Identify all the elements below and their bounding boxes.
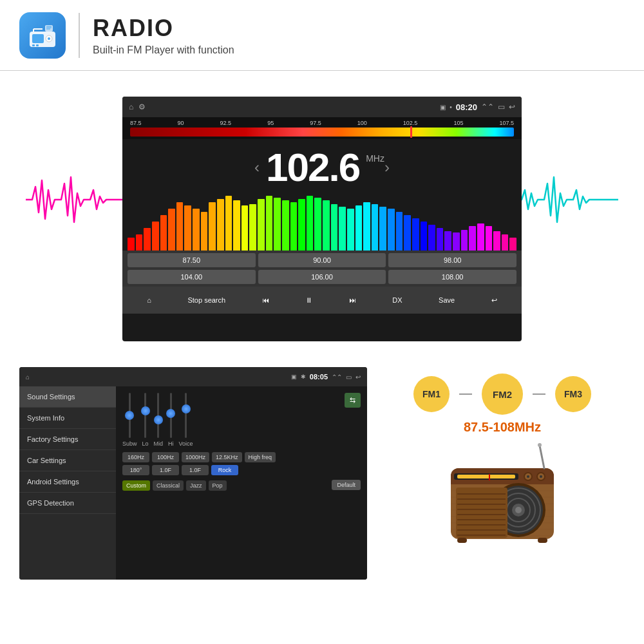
svg-point-24 <box>540 475 542 478</box>
svg-line-44 <box>540 446 544 468</box>
eq-label-hi: Hi <box>168 440 174 447</box>
preset-classical[interactable]: Classical <box>153 480 184 491</box>
eq-thumb-voice <box>182 404 191 413</box>
heartbeat-wave-right <box>515 167 618 232</box>
fm-range-text: 87.5-108MHz <box>464 420 541 435</box>
fm-status-bar: ⌂ ⚙ ▣ • 08:20 ⌃⌃ ▭ ↩ <box>122 97 522 117</box>
eq-label-mid: Mid <box>154 440 164 447</box>
status-time: 08:20 <box>456 102 477 112</box>
header: RADIO Built-in FM Player with function <box>0 0 644 71</box>
eq-tag-highfreq[interactable]: High freq <box>245 452 276 462</box>
preset-6[interactable]: 108.00 <box>388 270 516 284</box>
fm-band-line-2 <box>533 393 545 395</box>
radio-icon <box>27 20 58 51</box>
eq-thumb-hi <box>166 409 175 418</box>
menu-gps-detection[interactable]: GPS Detection <box>19 493 116 514</box>
eq-preset-row: Custom Classical Jazz Pop <box>122 480 227 491</box>
freq-prev-arrow[interactable]: ‹ <box>254 158 260 176</box>
settings-back-icon: ↩ <box>355 374 361 381</box>
equalizer: // Generate EQ bars inline (function() {… <box>122 193 522 251</box>
eq-tag-125khz[interactable]: 12.5KHz <box>212 452 242 462</box>
eq-sliders-row: Subw Lo <box>122 393 193 447</box>
settings-content: Subw Lo <box>116 386 367 580</box>
eq-slider-subw: Subw <box>122 393 137 447</box>
header-divider <box>79 13 80 58</box>
freq-next-arrow[interactable]: › <box>384 158 390 176</box>
preset-jazz[interactable]: Jazz <box>186 480 206 491</box>
presets-grid: 87.50 90.00 98.00 104.00 106.00 108.00 <box>122 251 522 287</box>
preset-2[interactable]: 90.00 <box>258 253 386 267</box>
bluetooth-toggle[interactable]: ⇆ <box>345 393 361 408</box>
preset-3[interactable]: 98.00 <box>388 253 516 267</box>
preset-1[interactable]: 87.50 <box>128 253 256 267</box>
settings-screen: ⌂ ▣ ✱ 08:05 ⌃⌃ ▭ ↩ Sound Settings System… <box>19 367 367 580</box>
svg-rect-1 <box>32 34 44 43</box>
stop-search-button[interactable]: Stop search <box>187 296 225 304</box>
back-ctrl-button[interactable]: ↩ <box>491 296 497 305</box>
dot-icon: • <box>450 104 452 111</box>
window-icon: ▭ <box>498 102 505 111</box>
prev-button[interactable]: ⏮ <box>262 296 269 304</box>
menu-android-settings[interactable]: Android Settings <box>19 471 116 493</box>
svg-point-3 <box>48 37 50 40</box>
right-panel: FM1 FM2 FM3 87.5-108MHz <box>380 367 625 580</box>
eq-freq-row: 160Hz 100Hz 1000Hz 12.5KHz High freq <box>122 452 361 462</box>
preset-pop[interactable]: Pop <box>209 480 227 491</box>
next-button[interactable]: ⏭ <box>349 296 356 304</box>
home-button[interactable]: ⌂ <box>147 296 151 304</box>
fm1-circle: FM1 <box>413 376 450 412</box>
svg-rect-43 <box>538 538 547 543</box>
preset-custom[interactable]: Custom <box>122 480 150 491</box>
eq-slider-mid: Mid <box>154 393 164 447</box>
play-pause-button[interactable]: ⏸ <box>305 296 312 304</box>
eq-tag-100hz[interactable]: 100Hz <box>152 452 179 462</box>
eq-tag-1f-1[interactable]: 1.0F <box>152 465 179 475</box>
freq-unit: MHz <box>366 153 384 164</box>
home-status-icon: ⌂ <box>129 102 133 111</box>
default-button[interactable]: Default <box>332 480 361 490</box>
fm2-circle: FM2 <box>482 374 523 415</box>
settings-window-icon: ▭ <box>346 374 352 381</box>
eq-thumb-subw <box>125 411 134 420</box>
svg-point-31 <box>515 507 522 513</box>
freq-ruler: 87.5 90 92.5 95 97.5 100 102.5 105 107.5 <box>128 120 516 126</box>
signal-icon: ▣ <box>440 104 446 111</box>
menu-system-info[interactable]: System Info <box>19 408 116 429</box>
eq-tag-160hz[interactable]: 160Hz <box>122 452 149 462</box>
eq-label-voice: Voice <box>179 440 193 447</box>
freq-bar: 87.5 90 92.5 95 97.5 100 102.5 105 107.5 <box>122 117 522 139</box>
save-button[interactable]: Save <box>439 296 455 304</box>
settings-body: Sound Settings System Info Factory Setti… <box>19 386 367 580</box>
preset-4[interactable]: 104.00 <box>128 270 256 284</box>
settings-signal-icon: ▣ <box>291 374 297 380</box>
settings-bt-icon: ✱ <box>301 374 306 380</box>
eq-label-lo: Lo <box>142 440 149 447</box>
eq-other-row: 180° 1.0F 1.0F Rock <box>122 465 361 475</box>
freq-display: ‹ 102.6 MHz › <box>122 139 522 193</box>
menu-car-settings[interactable]: Car Settings <box>19 450 116 471</box>
menu-factory-settings[interactable]: Factory Settings <box>19 429 116 450</box>
wave-left <box>26 167 129 270</box>
eq-tag-1f-2[interactable]: 1.0F <box>182 465 209 475</box>
svg-rect-4 <box>32 44 35 46</box>
radio-icon-box <box>19 12 66 59</box>
settings-menu: Sound Settings System Info Factory Setti… <box>19 386 116 580</box>
vintage-radio-image <box>444 442 560 545</box>
freq-number: 102.6 <box>266 144 359 190</box>
eq-tag-180[interactable]: 180° <box>122 465 149 475</box>
page-title: RADIO <box>93 15 234 42</box>
freq-slider-indicator <box>410 126 412 138</box>
fm-bands: FM1 FM2 FM3 <box>413 374 591 415</box>
dx-button[interactable]: DX <box>392 296 402 304</box>
main-content: ⌂ ⚙ ▣ • 08:20 ⌃⌃ ▭ ↩ 87.5 90 92.5 <box>0 71 644 592</box>
fm-screen-container: ⌂ ⚙ ▣ • 08:20 ⌃⌃ ▭ ↩ 87.5 90 92.5 <box>19 84 625 354</box>
freq-slider-track[interactable] <box>130 128 514 137</box>
menu-sound-settings[interactable]: Sound Settings <box>19 386 116 408</box>
eq-label-subw: Subw <box>122 440 137 447</box>
eq-tag-1000hz[interactable]: 1000Hz <box>182 452 209 462</box>
heartbeat-wave-left <box>26 167 129 232</box>
eq-tag-rock[interactable]: Rock <box>211 465 238 475</box>
fm-screen: ⌂ ⚙ ▣ • 08:20 ⌃⌃ ▭ ↩ 87.5 90 92.5 <box>122 97 522 341</box>
status-left-icons: ⌂ ⚙ <box>129 102 146 111</box>
preset-5[interactable]: 106.00 <box>258 270 386 284</box>
